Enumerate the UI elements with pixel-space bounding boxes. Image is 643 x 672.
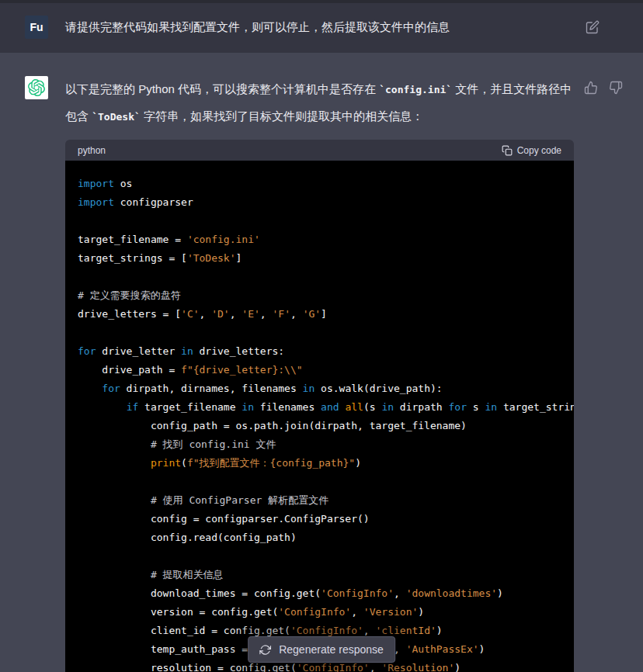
- clipboard-icon: [502, 145, 513, 156]
- code-language-label: python: [78, 145, 106, 156]
- regenerate-response-button[interactable]: Regenerate response: [248, 636, 395, 663]
- thumbs-down-icon[interactable]: [609, 81, 623, 95]
- user-avatar: Fu: [25, 16, 48, 39]
- regenerate-response-label: Regenerate response: [279, 643, 384, 656]
- openai-logo-icon: [28, 79, 45, 96]
- assistant-message-text: 以下是完整的 Python 代码，可以搜索整个计算机中是否存在 `config.…: [65, 76, 574, 130]
- assistant-message-row: 以下是完整的 Python 代码，可以搜索整个计算机中是否存在 `config.…: [0, 53, 643, 672]
- code-block-header: python Copy code: [65, 140, 574, 161]
- edit-message-icon[interactable]: [586, 20, 600, 34]
- copy-code-label: Copy code: [517, 145, 561, 156]
- code-block: python Copy code import osimport configp…: [65, 140, 574, 672]
- thumbs-up-icon[interactable]: [584, 81, 598, 95]
- user-message-text: 请提供完整代码如果找到配置文件，则可以停止，然后提取该文件中的信息: [65, 16, 570, 39]
- code-content: import osimport configparser target_file…: [65, 161, 574, 672]
- assistant-avatar: [25, 76, 48, 99]
- refresh-icon: [259, 644, 271, 656]
- user-message-row: Fu 请提供完整代码如果找到配置文件，则可以停止，然后提取该文件中的信息: [0, 3, 643, 53]
- copy-code-button[interactable]: Copy code: [502, 145, 561, 156]
